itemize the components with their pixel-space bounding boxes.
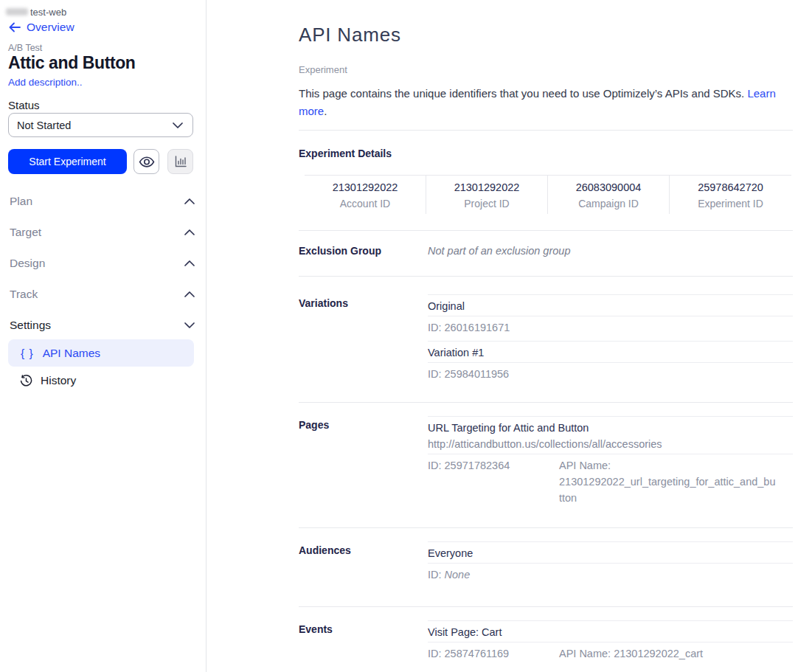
results-button[interactable] <box>167 149 193 174</box>
events-list: Visit Page: Cart ID: 25874761169 API Nam… <box>428 620 793 667</box>
audience-item: Everyone ID: None <box>428 541 793 588</box>
audience-name: Everyone <box>428 542 793 564</box>
chevron-up-icon <box>184 291 195 297</box>
nav-item-plan[interactable]: Plan <box>8 186 195 217</box>
event-api-name: API Name: 21301292022_cart <box>559 645 778 662</box>
pages-list: URL Targeting for Attic and Button http:… <box>428 416 793 511</box>
chevron-up-icon <box>184 260 195 266</box>
status-value: Not Started <box>17 119 71 131</box>
item-meta-row: ID: 25874761169 API Name: 21301292022_ca… <box>428 642 793 667</box>
description-text: This page contains the unique identifier… <box>299 87 744 100</box>
action-buttons: Start Experiment <box>8 149 195 174</box>
page-id: ID: 25971782364 <box>428 457 559 506</box>
page-api-name: API Name: 21301292022_url_targeting_for_… <box>559 457 778 506</box>
audience-id: ID: None <box>428 567 559 583</box>
page-url: http://atticandbutton.us/collections/all… <box>428 436 793 452</box>
subnav-item-history[interactable]: History <box>8 367 194 394</box>
page-name: URL Targeting for Attic and Button http:… <box>428 417 793 454</box>
experiment-type-label: A/B Test <box>8 43 195 53</box>
item-meta-row: ID: None <box>428 564 793 588</box>
audiences-section: Audiences Everyone ID: None <box>299 527 793 606</box>
chevron-up-icon <box>184 229 195 235</box>
start-experiment-button[interactable]: Start Experiment <box>8 149 127 174</box>
page-description: This page contains the unique identifier… <box>299 85 793 120</box>
experiment-details-heading: Experiment Details <box>299 147 793 160</box>
subnav-item-api-names[interactable]: API Names <box>8 339 194 367</box>
variation-id: ID: 26016191671 <box>428 319 559 336</box>
chevron-down-icon <box>184 322 195 328</box>
redacted-project-prefix <box>6 8 28 15</box>
project-row: test-web <box>6 7 195 17</box>
event-id: ID: 25874761169 <box>428 645 559 662</box>
status-label: Status <box>8 99 195 111</box>
project-name: test-web <box>30 7 66 18</box>
variation-item: Variation #1 ID: 25984011956 <box>428 341 793 387</box>
exclusion-group-label: Exclusion Group <box>299 243 428 258</box>
status-select[interactable]: Not Started <box>8 113 193 137</box>
variations-list: Original ID: 26016191671 Variation #1 ID… <box>428 294 793 387</box>
item-meta-row: ID: 25984011956 <box>428 363 793 387</box>
nav-item-settings[interactable]: Settings <box>8 310 195 341</box>
back-arrow-icon <box>8 22 21 32</box>
audiences-label: Audiences <box>299 541 428 588</box>
page-item: URL Targeting for Attic and Button http:… <box>428 416 793 511</box>
nav-item-target[interactable]: Target <box>8 217 195 248</box>
table-cell-campaign-id: 26083090004 Campaign ID <box>548 176 670 214</box>
sidebar: test-web Overview A/B Test Attic and But… <box>0 0 207 672</box>
variations-section: Variations Original ID: 26016191671 Vari… <box>299 276 793 402</box>
events-label: Events <box>299 620 428 667</box>
chevron-up-icon <box>184 198 195 204</box>
variation-name: Variation #1 <box>428 342 793 363</box>
event-item: Visit Page: Cart ID: 25874761169 API Nam… <box>428 620 793 667</box>
table-cell-project-id: 21301292022 Project ID <box>426 176 548 214</box>
main-content: API Names Experiment This page contains … <box>299 0 793 672</box>
table-cell-experiment-id: 25978642720 Experiment ID <box>670 176 791 214</box>
eye-icon <box>139 156 155 167</box>
exclusion-group-value: Not part of an exclusion group <box>428 243 793 258</box>
variation-item: Original ID: 26016191671 <box>428 294 793 341</box>
item-meta-row: ID: 25971782364 API Name: 21301292022_ur… <box>428 454 793 511</box>
chevron-down-icon <box>173 122 183 128</box>
experiment-name: Attic and Button <box>8 53 195 73</box>
pages-section: Pages URL Targeting for Attic and Button… <box>299 402 793 527</box>
page-title: API Names <box>299 22 793 47</box>
page-subtitle: Experiment <box>299 64 793 76</box>
exclusion-group-section: Exclusion Group Not part of an exclusion… <box>299 230 793 276</box>
audiences-list: Everyone ID: None <box>428 541 793 588</box>
table-cell-account-id: 21301292022 Account ID <box>305 176 426 214</box>
pages-label: Pages <box>299 416 428 511</box>
event-name: Visit Page: Cart <box>428 621 793 642</box>
preview-button[interactable] <box>133 149 159 174</box>
experiment-details-table: 21301292022 Account ID 21301292022 Proje… <box>305 175 791 214</box>
bar-chart-icon <box>175 156 187 167</box>
nav-item-track[interactable]: Track <box>8 279 195 310</box>
history-icon <box>20 375 32 387</box>
variation-name: Original <box>428 295 793 316</box>
experiment-details-section: Experiment Details 21301292022 Account I… <box>299 131 793 230</box>
exclusion-group-content: Not part of an exclusion group <box>428 243 793 258</box>
back-to-overview-link[interactable]: Overview <box>8 21 195 34</box>
variations-label: Variations <box>299 294 428 387</box>
add-description-link[interactable]: Add description.. <box>8 77 195 88</box>
sidebar-nav: Plan Target Design Track Settings API Na… <box>8 186 195 394</box>
back-label: Overview <box>27 21 74 34</box>
item-meta-row: ID: 26016191671 <box>428 316 793 341</box>
braces-icon <box>21 347 34 360</box>
variation-id: ID: 25984011956 <box>428 366 559 382</box>
events-section: Events Visit Page: Cart ID: 25874761169 … <box>299 606 793 672</box>
nav-item-design[interactable]: Design <box>8 248 195 279</box>
